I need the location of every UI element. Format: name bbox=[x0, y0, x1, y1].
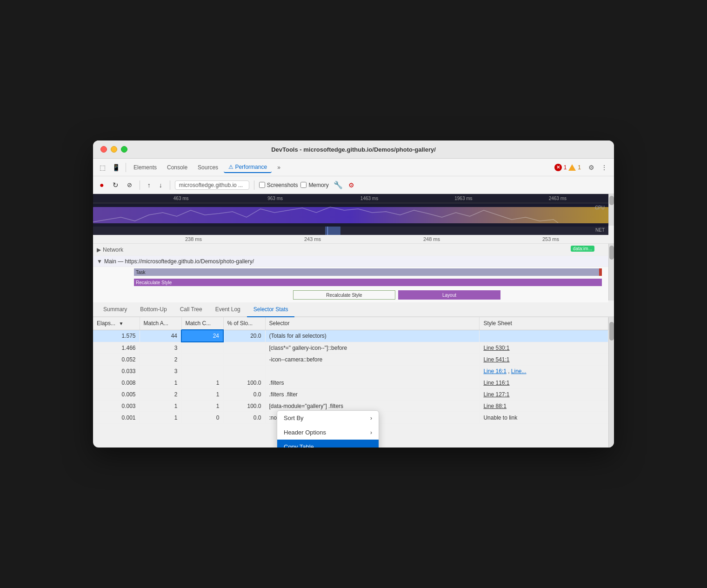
cell-elapsed-0: 1.575 bbox=[93, 330, 140, 342]
th-match-a[interactable]: Match A... bbox=[140, 317, 181, 330]
cell-sheet-1[interactable]: Line 530:1 bbox=[480, 342, 608, 354]
tab-elements[interactable]: Elements bbox=[129, 162, 161, 173]
ms-label-3: 1963 ms bbox=[416, 196, 510, 201]
sep-4 bbox=[254, 180, 254, 190]
bottom-time-labels: 238 ms 243 ms 248 ms 253 ms bbox=[93, 235, 614, 244]
perf-gear-icon[interactable]: 🔧 bbox=[333, 180, 343, 189]
cell-match-a-6: 1 bbox=[140, 400, 181, 412]
cell-sheet-6[interactable]: Line 88:1 bbox=[480, 400, 608, 412]
more-options-icon[interactable]: ⋮ bbox=[598, 162, 610, 173]
table-row[interactable]: 0.008 1 1 100.0 .filters Line 116:1 bbox=[93, 377, 608, 388]
minimize-button[interactable] bbox=[111, 146, 117, 153]
device-icon[interactable]: 📱 bbox=[109, 162, 123, 173]
perf-settings-icon[interactable]: ⚙ bbox=[346, 180, 357, 191]
cell-selector-5: .filters .filter bbox=[265, 388, 480, 400]
menu-item-sort-by[interactable]: Sort By › bbox=[277, 411, 379, 425]
data-tag: data:im... bbox=[571, 246, 594, 252]
tab-event-log[interactable]: Event Log bbox=[209, 302, 247, 317]
th-style-sheet[interactable]: Style Sheet bbox=[480, 317, 608, 330]
tab-more[interactable]: » bbox=[273, 162, 285, 173]
table-header-row: Elaps... ▼ Match A... Match C... % of Sl… bbox=[93, 317, 608, 330]
record-button[interactable]: ● bbox=[97, 180, 107, 191]
network-expand-arrow[interactable]: ▶ bbox=[97, 247, 101, 253]
sep-2 bbox=[140, 180, 140, 190]
main-thread-row: ▼ Main — https://microsoftedge.github.io… bbox=[93, 256, 608, 267]
upload-button[interactable]: ↑ bbox=[145, 180, 153, 190]
table-row[interactable]: 1.466 3 [class*=" gallery-icon--"]::befo… bbox=[93, 342, 608, 354]
memory-checkbox[interactable]: Memory bbox=[300, 182, 328, 188]
mini-bars-row: Recalculate Style Layout bbox=[93, 287, 608, 302]
cell-sheet-7: Unable to link bbox=[480, 412, 608, 423]
sort-arrow-icon: ▼ bbox=[119, 321, 123, 326]
warning-icon-text: ! bbox=[567, 166, 568, 170]
cell-sheet-5[interactable]: Line 127:1 bbox=[480, 388, 608, 400]
error-count: 1 bbox=[564, 164, 567, 171]
table-scrollbar[interactable] bbox=[608, 317, 614, 448]
cell-match-a-7: 1 bbox=[140, 412, 181, 423]
main-expand-arrow[interactable]: ▼ bbox=[97, 258, 102, 265]
cell-match-a-4: 1 bbox=[140, 377, 181, 388]
url-display: microsoftedge.github.io ... bbox=[175, 180, 249, 190]
header-options-chevron-icon: › bbox=[370, 429, 372, 436]
reload-button[interactable]: ↻ bbox=[110, 180, 121, 191]
cell-pct-5: 0.0 bbox=[223, 388, 265, 400]
context-menu: Sort By › Header Options › Copy Table bbox=[277, 410, 379, 448]
mini-layout-bar: Layout bbox=[398, 290, 500, 300]
cell-pct-4: 100.0 bbox=[223, 377, 265, 388]
net-cursor bbox=[327, 227, 328, 235]
tab-summary[interactable]: Summary bbox=[97, 302, 133, 317]
ms-labels-top: 463 ms 963 ms 1463 ms 1963 ms 2463 ms bbox=[93, 194, 608, 203]
devtools-window: DevTools - microsoftedge.github.io/Demos… bbox=[93, 140, 614, 448]
table-row[interactable]: 0.052 2 -icon--camera::before Line 541:1 bbox=[93, 354, 608, 365]
cell-match-a-5: 2 bbox=[140, 388, 181, 400]
cell-elapsed-3: 0.033 bbox=[93, 365, 140, 377]
cell-match-c-7: 0 bbox=[181, 412, 223, 423]
download-button[interactable]: ↓ bbox=[156, 180, 165, 190]
tab-call-tree[interactable]: Call Tree bbox=[173, 302, 209, 317]
cell-pct-7: 0.0 bbox=[223, 412, 265, 423]
network-track-row: ▶ Network data:im... bbox=[93, 244, 608, 256]
tab-console[interactable]: Console bbox=[162, 162, 192, 173]
th-elapsed[interactable]: Elaps... ▼ bbox=[93, 317, 140, 330]
tracks-scrollbar[interactable] bbox=[608, 244, 614, 301]
cell-pct-2 bbox=[223, 354, 265, 365]
timeline-area: 463 ms 963 ms 1463 ms 1963 ms 2463 ms bbox=[93, 194, 614, 235]
cell-sheet-3: Line 16:1 , Line... bbox=[480, 365, 608, 377]
table-row[interactable]: 1.575 44 24 20.0 (Totals for all selecto… bbox=[93, 330, 608, 342]
main-thread-label: Main — https://microsoftedge.github.io/D… bbox=[104, 258, 254, 265]
cell-sheet-4[interactable]: Line 116:1 bbox=[480, 377, 608, 388]
titlebar: DevTools - microsoftedge.github.io/Demos… bbox=[93, 140, 614, 159]
menu-item-copy-table[interactable]: Copy Table bbox=[277, 440, 379, 448]
cell-selector-0: (Totals for all selectors) bbox=[265, 330, 480, 342]
cell-elapsed-7: 0.001 bbox=[93, 412, 140, 423]
table-row[interactable]: 0.005 2 1 0.0 .filters .filter Line 127:… bbox=[93, 388, 608, 400]
sheet-link-3a[interactable]: Line 16:1 bbox=[483, 368, 506, 374]
task-label: Task bbox=[136, 270, 146, 275]
tab-sources[interactable]: Sources bbox=[193, 162, 223, 173]
close-button[interactable] bbox=[100, 146, 107, 153]
maximize-button[interactable] bbox=[121, 146, 127, 153]
tab-bottom-up[interactable]: Bottom-Up bbox=[133, 302, 173, 317]
clear-button[interactable]: ⊘ bbox=[124, 180, 135, 190]
screenshots-checkbox[interactable]: Screenshots bbox=[259, 182, 298, 188]
recalc-bar: Recalculate Style bbox=[134, 279, 602, 286]
th-match-c[interactable]: Match C... bbox=[181, 317, 223, 330]
menu-item-header-options[interactable]: Header Options › bbox=[277, 425, 379, 440]
tab-selector-stats[interactable]: Selector Stats bbox=[247, 302, 295, 317]
timeline-scrollbar-thumb[interactable] bbox=[609, 196, 614, 205]
timeline-scrollbar[interactable] bbox=[608, 194, 614, 226]
th-selector[interactable]: Selector bbox=[265, 317, 480, 330]
ms-label-2: 1463 ms bbox=[322, 196, 416, 201]
tab-performance[interactable]: ⚠ Performance bbox=[224, 162, 272, 173]
inspect-icon[interactable]: ⬚ bbox=[97, 162, 108, 173]
tracks-scrollbar-thumb[interactable] bbox=[609, 246, 614, 260]
cell-pct-6: 100.0 bbox=[223, 400, 265, 412]
th-pct-slow[interactable]: % of Slo... bbox=[223, 317, 265, 330]
table-scrollbar-thumb[interactable] bbox=[609, 322, 614, 341]
cell-match-a-2: 2 bbox=[140, 354, 181, 365]
error-badge-icon: ✕ bbox=[554, 164, 562, 171]
sheet-link-3b[interactable]: Line... bbox=[511, 368, 527, 374]
settings-icon[interactable]: ⚙ bbox=[586, 162, 597, 173]
table-row[interactable]: 0.033 3 Line 16:1 , Line... bbox=[93, 365, 608, 377]
cell-sheet-2[interactable]: Line 541:1 bbox=[480, 354, 608, 365]
